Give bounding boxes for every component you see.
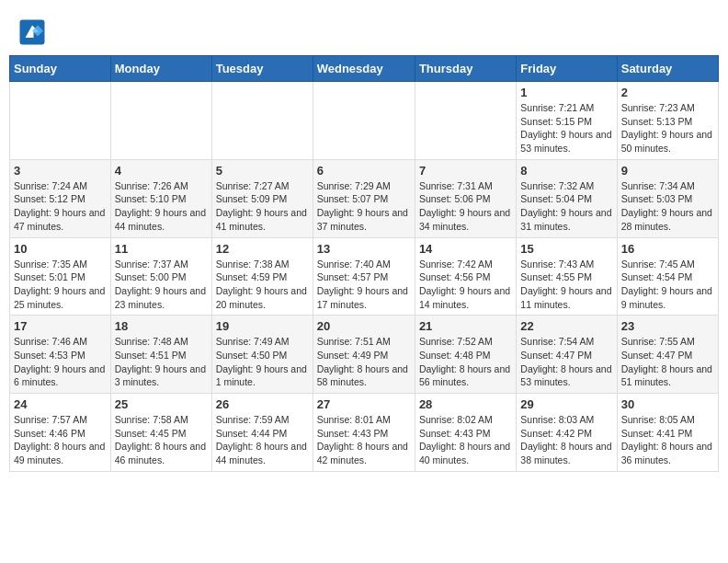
day-number: 12 (216, 242, 309, 256)
week-row-5: 24Sunrise: 7:57 AMSunset: 4:46 PMDayligh… (10, 394, 719, 472)
day-number: 7 (419, 164, 512, 178)
day-number: 19 (216, 319, 309, 333)
day-cell: 18Sunrise: 7:48 AMSunset: 4:51 PMDayligh… (110, 316, 211, 394)
day-cell: 16Sunrise: 7:45 AMSunset: 4:54 PMDayligh… (617, 237, 718, 316)
weekday-header-thursday: Thursday (415, 56, 516, 82)
weekday-header-saturday: Saturday (617, 56, 718, 82)
day-number: 22 (520, 319, 612, 333)
weekday-header-friday: Friday (517, 56, 617, 82)
day-cell: 14Sunrise: 7:42 AMSunset: 4:56 PMDayligh… (415, 237, 516, 316)
day-cell: 27Sunrise: 8:01 AMSunset: 4:43 PMDayligh… (313, 394, 415, 472)
day-info: Sunrise: 7:37 AMSunset: 5:00 PMDaylight:… (115, 258, 208, 312)
day-number: 8 (520, 164, 612, 178)
day-number: 15 (520, 242, 612, 256)
day-number: 20 (317, 319, 411, 333)
header (9, 9, 719, 51)
day-info: Sunrise: 7:32 AMSunset: 5:04 PMDaylight:… (520, 179, 612, 234)
day-cell: 12Sunrise: 7:38 AMSunset: 4:59 PMDayligh… (211, 237, 313, 316)
day-number: 3 (14, 164, 107, 178)
day-number: 10 (14, 242, 107, 256)
day-number: 1 (520, 86, 612, 99)
day-cell: 9Sunrise: 7:34 AMSunset: 5:03 PMDaylight… (617, 159, 718, 237)
day-info: Sunrise: 7:24 AMSunset: 5:12 PMDaylight:… (14, 179, 107, 234)
day-number: 27 (317, 397, 411, 411)
day-cell: 13Sunrise: 7:40 AMSunset: 4:57 PMDayligh… (313, 237, 415, 316)
day-info: Sunrise: 7:26 AMSunset: 5:10 PMDaylight:… (115, 179, 208, 234)
day-info: Sunrise: 7:29 AMSunset: 5:07 PMDaylight:… (317, 179, 411, 234)
day-cell: 1Sunrise: 7:21 AMSunset: 5:15 PMDaylight… (517, 82, 617, 160)
day-cell: 17Sunrise: 7:46 AMSunset: 4:53 PMDayligh… (10, 316, 111, 394)
weekday-header-sunday: Sunday (10, 56, 111, 82)
day-info: Sunrise: 7:43 AMSunset: 4:55 PMDaylight:… (520, 258, 612, 312)
day-cell: 3Sunrise: 7:24 AMSunset: 5:12 PMDaylight… (10, 159, 111, 237)
day-number: 26 (216, 397, 309, 411)
day-cell: 30Sunrise: 8:05 AMSunset: 4:41 PMDayligh… (617, 394, 718, 472)
day-cell (110, 82, 211, 160)
day-cell: 24Sunrise: 7:57 AMSunset: 4:46 PMDayligh… (10, 394, 111, 472)
day-info: Sunrise: 8:03 AMSunset: 4:42 PMDaylight:… (520, 413, 612, 467)
day-info: Sunrise: 7:34 AMSunset: 5:03 PMDaylight:… (621, 179, 714, 234)
day-info: Sunrise: 7:45 AMSunset: 4:54 PMDaylight:… (621, 258, 714, 312)
logo (18, 18, 50, 46)
day-info: Sunrise: 7:48 AMSunset: 4:51 PMDaylight:… (115, 335, 208, 389)
day-number: 25 (115, 397, 208, 411)
week-row-4: 17Sunrise: 7:46 AMSunset: 4:53 PMDayligh… (10, 316, 719, 394)
day-number: 30 (621, 397, 714, 411)
day-cell: 23Sunrise: 7:55 AMSunset: 4:47 PMDayligh… (617, 316, 718, 394)
day-cell: 8Sunrise: 7:32 AMSunset: 5:04 PMDaylight… (517, 159, 617, 237)
day-info: Sunrise: 8:05 AMSunset: 4:41 PMDaylight:… (621, 413, 714, 467)
day-info: Sunrise: 7:31 AMSunset: 5:06 PMDaylight:… (419, 179, 512, 234)
calendar: SundayMondayTuesdayWednesdayThursdayFrid… (9, 55, 719, 472)
day-cell (211, 82, 313, 160)
day-cell (415, 82, 516, 160)
day-cell: 29Sunrise: 8:03 AMSunset: 4:42 PMDayligh… (517, 394, 617, 472)
day-info: Sunrise: 7:40 AMSunset: 4:57 PMDaylight:… (317, 258, 411, 312)
day-info: Sunrise: 7:38 AMSunset: 4:59 PMDaylight:… (216, 258, 309, 312)
day-cell (10, 82, 111, 160)
day-cell: 20Sunrise: 7:51 AMSunset: 4:49 PMDayligh… (313, 316, 415, 394)
day-number: 17 (14, 319, 107, 333)
day-number: 29 (520, 397, 612, 411)
day-number: 9 (621, 164, 714, 178)
day-info: Sunrise: 7:57 AMSunset: 4:46 PMDaylight:… (14, 413, 107, 467)
day-info: Sunrise: 7:21 AMSunset: 5:15 PMDaylight:… (520, 101, 612, 155)
day-cell (313, 82, 415, 160)
day-info: Sunrise: 7:52 AMSunset: 4:48 PMDaylight:… (419, 335, 512, 389)
day-cell: 25Sunrise: 7:58 AMSunset: 4:45 PMDayligh… (110, 394, 211, 472)
week-row-1: 1Sunrise: 7:21 AMSunset: 5:15 PMDaylight… (10, 82, 719, 160)
day-cell: 19Sunrise: 7:49 AMSunset: 4:50 PMDayligh… (211, 316, 313, 394)
day-number: 2 (621, 86, 714, 99)
day-number: 13 (317, 242, 411, 256)
day-number: 18 (115, 319, 208, 333)
day-number: 21 (419, 319, 512, 333)
day-number: 23 (621, 319, 714, 333)
day-cell: 4Sunrise: 7:26 AMSunset: 5:10 PMDaylight… (110, 159, 211, 237)
weekday-header-monday: Monday (110, 56, 211, 82)
day-number: 4 (115, 164, 208, 178)
day-cell: 10Sunrise: 7:35 AMSunset: 5:01 PMDayligh… (10, 237, 111, 316)
day-info: Sunrise: 7:55 AMSunset: 4:47 PMDaylight:… (621, 335, 714, 389)
day-cell: 6Sunrise: 7:29 AMSunset: 5:07 PMDaylight… (313, 159, 415, 237)
day-cell: 2Sunrise: 7:23 AMSunset: 5:13 PMDaylight… (617, 82, 718, 160)
day-number: 24 (14, 397, 107, 411)
day-info: Sunrise: 7:51 AMSunset: 4:49 PMDaylight:… (317, 335, 411, 389)
day-cell: 26Sunrise: 7:59 AMSunset: 4:44 PMDayligh… (211, 394, 313, 472)
day-cell: 21Sunrise: 7:52 AMSunset: 4:48 PMDayligh… (415, 316, 516, 394)
weekday-header-tuesday: Tuesday (211, 56, 313, 82)
weekday-header-row: SundayMondayTuesdayWednesdayThursdayFrid… (10, 56, 719, 82)
week-row-2: 3Sunrise: 7:24 AMSunset: 5:12 PMDaylight… (10, 159, 719, 237)
day-info: Sunrise: 7:54 AMSunset: 4:47 PMDaylight:… (520, 335, 612, 389)
day-cell: 7Sunrise: 7:31 AMSunset: 5:06 PMDaylight… (415, 159, 516, 237)
day-number: 11 (115, 242, 208, 256)
day-info: Sunrise: 7:59 AMSunset: 4:44 PMDaylight:… (216, 413, 309, 467)
day-cell: 28Sunrise: 8:02 AMSunset: 4:43 PMDayligh… (415, 394, 516, 472)
week-row-3: 10Sunrise: 7:35 AMSunset: 5:01 PMDayligh… (10, 237, 719, 316)
day-info: Sunrise: 7:46 AMSunset: 4:53 PMDaylight:… (14, 335, 107, 389)
day-cell: 5Sunrise: 7:27 AMSunset: 5:09 PMDaylight… (211, 159, 313, 237)
logo-icon (18, 18, 46, 46)
day-number: 14 (419, 242, 512, 256)
day-number: 6 (317, 164, 411, 178)
day-info: Sunrise: 7:27 AMSunset: 5:09 PMDaylight:… (216, 179, 309, 234)
day-number: 5 (216, 164, 309, 178)
day-info: Sunrise: 8:02 AMSunset: 4:43 PMDaylight:… (419, 413, 512, 467)
